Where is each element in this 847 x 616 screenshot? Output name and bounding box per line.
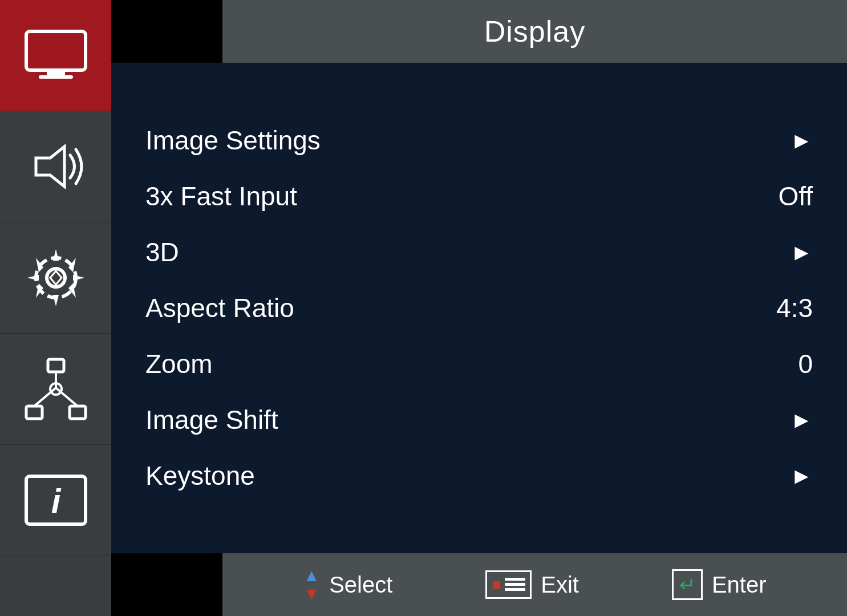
exit-action[interactable]: ■ Exit	[485, 570, 579, 599]
updown-arrow-icon: ▲ ▼	[303, 567, 320, 602]
exit-label: Exit	[541, 572, 579, 598]
bottom-bar: ▲ ▼ Select ■ Exit	[222, 553, 847, 616]
arrow-right-icon: ►	[790, 463, 813, 489]
svg-rect-9	[26, 406, 42, 419]
enter-action[interactable]: ↵ Enter	[672, 569, 767, 600]
svg-text:i: i	[51, 482, 61, 520]
sidebar-item-info[interactable]: i	[0, 445, 111, 556]
menu-icon	[505, 574, 525, 595]
arrow-right-icon: ►	[790, 128, 813, 153]
network-icon	[22, 355, 90, 423]
svg-marker-4	[36, 147, 64, 187]
menu-item-zoom[interactable]: Zoom 0	[145, 336, 813, 392]
svg-rect-3	[30, 35, 82, 67]
page-header: Display	[222, 0, 847, 63]
menu-content: Image Settings ► 3x Fast Input Off 3D ► …	[111, 63, 847, 553]
gear-icon	[22, 244, 90, 312]
menu-item-fast-input[interactable]: 3x Fast Input Off	[145, 168, 813, 224]
menu-item-image-shift[interactable]: Image Shift ►	[145, 392, 813, 448]
menu-item-aspect-ratio[interactable]: Aspect Ratio 4:3	[145, 280, 813, 336]
sidebar-item-audio[interactable]	[0, 111, 111, 222]
info-icon: i	[22, 466, 90, 534]
select-label: Select	[329, 572, 392, 598]
sidebar-item-network[interactable]	[0, 334, 111, 445]
enter-icon: ↵	[672, 569, 703, 600]
display-icon	[22, 21, 90, 90]
sidebar: i	[0, 0, 111, 616]
audio-icon	[22, 132, 90, 201]
svg-line-12	[34, 388, 56, 406]
svg-rect-10	[70, 406, 86, 419]
svg-rect-8	[48, 359, 64, 372]
page-title: Display	[484, 14, 586, 48]
sidebar-item-display[interactable]	[0, 0, 111, 111]
menu-item-image-settings[interactable]: Image Settings ►	[145, 112, 813, 168]
arrow-right-icon: ►	[790, 240, 813, 265]
sidebar-item-settings[interactable]	[0, 222, 111, 334]
select-action: ▲ ▼ Select	[303, 567, 392, 602]
svg-rect-17	[505, 578, 525, 581]
exit-icon: ■	[485, 570, 532, 599]
svg-line-13	[56, 388, 78, 406]
menu-item-keystone[interactable]: Keystone ►	[145, 448, 813, 504]
svg-marker-7	[50, 271, 62, 285]
svg-rect-19	[505, 588, 525, 591]
svg-rect-2	[39, 75, 73, 79]
menu-item-3d[interactable]: 3D ►	[145, 224, 813, 280]
svg-rect-1	[47, 70, 65, 76]
enter-label: Enter	[712, 572, 767, 598]
svg-rect-18	[505, 583, 525, 586]
arrow-right-icon: ►	[790, 407, 813, 433]
svg-point-6	[36, 258, 76, 298]
